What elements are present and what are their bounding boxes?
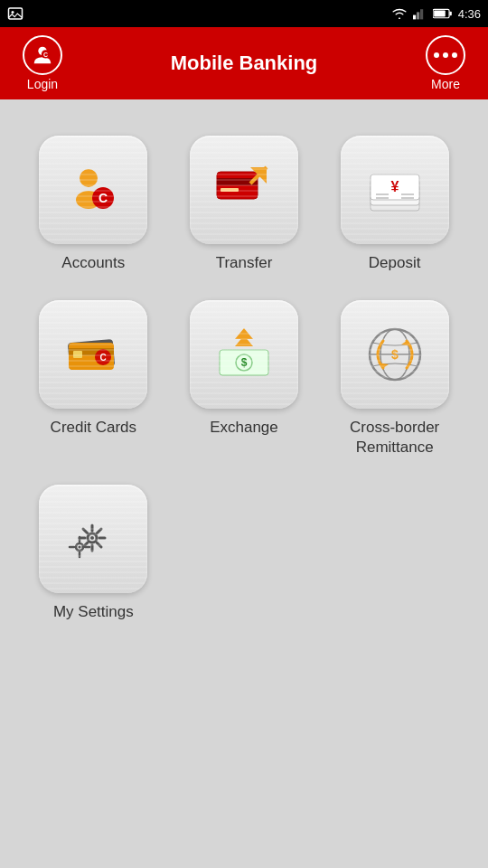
svg-text:C: C bbox=[100, 353, 107, 363]
svg-rect-0 bbox=[9, 8, 23, 19]
svg-rect-33 bbox=[73, 351, 82, 358]
my-settings-item[interactable]: My Settings bbox=[27, 485, 160, 622]
transfer-icon-box bbox=[190, 136, 298, 244]
svg-point-56 bbox=[79, 546, 81, 549]
header-title: Mobile Banking bbox=[74, 52, 414, 75]
accounts-label: Accounts bbox=[61, 253, 125, 273]
svg-text:C: C bbox=[43, 52, 48, 58]
my-settings-label: My Settings bbox=[53, 602, 134, 622]
svg-text:C: C bbox=[99, 191, 108, 205]
deposit-item[interactable]: ¥ Deposit bbox=[328, 136, 461, 273]
exchange-label: Exchange bbox=[210, 418, 278, 438]
svg-line-52 bbox=[97, 542, 101, 547]
credit-cards-item[interactable]: C Credit Cards bbox=[27, 300, 160, 458]
deposit-label: Deposit bbox=[369, 253, 421, 273]
more-label: More bbox=[431, 77, 460, 91]
status-left-icons bbox=[7, 5, 23, 22]
login-button[interactable]: C Login bbox=[11, 35, 74, 91]
svg-text:¥: ¥ bbox=[390, 179, 399, 194]
more-icon-circle bbox=[426, 35, 465, 75]
login-icon-circle: C bbox=[23, 35, 62, 75]
status-right-icons: 4:36 bbox=[391, 7, 481, 21]
my-settings-icon-box bbox=[39, 485, 147, 593]
svg-line-51 bbox=[83, 529, 88, 533]
status-time: 4:36 bbox=[458, 7, 481, 21]
svg-rect-2 bbox=[413, 15, 416, 20]
more-button[interactable]: More bbox=[414, 35, 477, 91]
svg-rect-7 bbox=[434, 10, 446, 16]
accounts-icon-box: C bbox=[39, 136, 147, 244]
svg-rect-17 bbox=[221, 188, 239, 192]
login-label: Login bbox=[27, 77, 58, 91]
svg-line-53 bbox=[97, 529, 101, 533]
exchange-item[interactable]: $ Exchange bbox=[178, 300, 311, 458]
accounts-item[interactable]: C Accounts bbox=[27, 136, 160, 273]
svg-text:$: $ bbox=[241, 356, 248, 369]
more-dots-icon bbox=[434, 52, 457, 58]
status-bar: 4:36 bbox=[0, 0, 488, 27]
main-grid: C Accounts Transfer bbox=[0, 99, 488, 640]
credit-cards-icon-box: C bbox=[39, 300, 147, 409]
svg-point-1 bbox=[12, 11, 14, 14]
exchange-icon-box: $ bbox=[190, 300, 298, 409]
svg-point-46 bbox=[90, 536, 94, 540]
cross-border-label: Cross-border Remittance bbox=[328, 418, 461, 458]
transfer-label: Transfer bbox=[216, 253, 273, 273]
cross-border-item[interactable]: $ Cross-border Remittance bbox=[328, 300, 461, 458]
svg-rect-3 bbox=[417, 12, 419, 19]
transfer-item[interactable]: Transfer bbox=[178, 136, 311, 273]
cross-border-icon-box: $ bbox=[341, 300, 449, 409]
svg-rect-4 bbox=[420, 9, 423, 19]
svg-text:$: $ bbox=[391, 347, 399, 362]
svg-point-11 bbox=[80, 169, 98, 187]
credit-cards-label: Credit Cards bbox=[51, 418, 136, 438]
deposit-icon-box: ¥ bbox=[341, 136, 449, 244]
svg-rect-6 bbox=[449, 12, 451, 16]
header: C Login Mobile Banking More bbox=[0, 27, 488, 99]
